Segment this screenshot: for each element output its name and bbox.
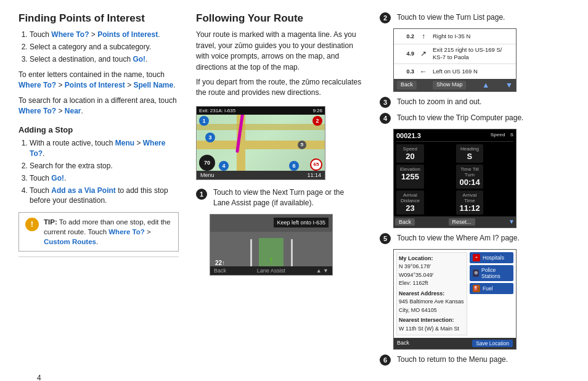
whereami-hospitals-btn[interactable]: + Hospitals: [470, 252, 513, 263]
trip-speed-cell: Speed 20: [396, 144, 424, 163]
map-exit-text: Exit: 231A: I-635: [199, 108, 235, 113]
lane-assist-container: ↑ Keep left onto I-635 22↑ 13:47 Back La…: [210, 214, 362, 276]
section2-step4: Touch Add as a Via Point to add this sto…: [30, 186, 179, 207]
whereami-save-btn[interactable]: Save Location: [472, 340, 513, 347]
whereami-elev: Elev: 1162ft: [399, 279, 465, 288]
step4-desc: Touch to view the Trip Computer page.: [397, 113, 588, 123]
trip-arrivaltime-cell: Arrival Time 11:12: [456, 190, 484, 215]
step-1-row: 1 Touch to view the Next Turn page or th…: [196, 187, 362, 209]
section1-para1: To enter letters contained in the name, …: [18, 70, 179, 91]
tip-text: TIP: To add more than one stop, edit the…: [44, 217, 172, 247]
section2-step1: With a route active, touch Menu > Where …: [30, 138, 179, 159]
map-speed-limit: 65: [310, 158, 322, 171]
section1-steps: Touch Where To? > Points of Interest. Se…: [18, 30, 179, 64]
step3-link: Go!: [133, 55, 145, 63]
step1-suffix: .: [158, 30, 160, 39]
step3-desc: Touch to zoom in and out.: [397, 97, 588, 107]
turn-back-btn[interactable]: Back: [397, 81, 417, 89]
police-icon: ⊕: [473, 269, 479, 277]
whereami-myloc-label: My Location:: [399, 255, 465, 263]
step1-sep: >: [89, 30, 97, 39]
turn-show-map-btn[interactable]: Show Map: [433, 81, 467, 89]
whereami-buttons: + Hospitals ⊕ Police Stations ⛽ Fuel: [470, 252, 513, 336]
map-label-5: 5: [298, 141, 306, 149]
map-menu-btn[interactable]: Menu: [200, 172, 214, 178]
section1-step3: Select a destination, and touch Go!.: [30, 54, 179, 65]
trip-back-btn[interactable]: Back: [395, 218, 415, 226]
step1-circle: 1: [196, 189, 207, 200]
step2-circle: 2: [380, 12, 391, 23]
step5-circle: 5: [380, 233, 391, 244]
whereami-intersection: W 11th St (W) & Main St: [399, 325, 465, 334]
tip-icon: !: [25, 218, 39, 231]
map-label-4: 4: [219, 161, 229, 171]
section2-step3: Touch Go!.: [30, 173, 179, 184]
step6-circle: 6: [380, 354, 391, 366]
trip-arrow-dn: ▼: [508, 218, 515, 226]
step1-desc: Touch to view the Next Turn page or the …: [213, 187, 362, 209]
turn-desc-1: Right to I-35 N: [433, 33, 513, 40]
step-2-row: 2 Touch to view the Turn List page.: [380, 12, 588, 23]
whereami-coords2: W094°35.049': [399, 271, 465, 280]
turn-dist-3: 0.3: [397, 68, 414, 75]
lane-bottom-bar: Back Lane Assist ▲ ▼: [210, 266, 332, 275]
trip-timetill-cell: Time Till Turn 00:14: [456, 165, 484, 189]
trip-speed-label: Speed: [491, 132, 505, 139]
trip-heading-label: S: [510, 132, 513, 139]
map-label-3: 3: [205, 133, 215, 142]
fuel-icon: ⛽: [473, 285, 480, 292]
section3-para1: Your route is marked with a magenta line…: [196, 30, 362, 73]
step1-link1: Where To?: [51, 30, 89, 39]
section2-title: Adding a Stop: [18, 125, 179, 134]
map-speed: 70: [199, 155, 215, 171]
map-time-remaining: 11:14: [307, 172, 321, 178]
turn-dist-1: 0.2: [397, 33, 414, 39]
step-6-row: 6 Touch to return to the Menu page.: [380, 354, 588, 366]
turn-dist-2: 4.9: [397, 51, 414, 57]
whereami-coords: N 39°06.178': [399, 263, 465, 271]
map-label-6: 6: [289, 161, 299, 171]
step3-prefix: Select a destination, and touch: [30, 55, 133, 63]
lane-label: Lane Assist: [257, 268, 285, 274]
turn-arrow-up: ▲: [482, 81, 489, 89]
section-following-route: Following Your Route Your route is marke…: [196, 12, 362, 276]
turn-icon-3: ←: [418, 66, 429, 77]
route-map-image: Exit: 231A: I-635 9:26 1 2 3 4 5 6 70 65…: [196, 106, 325, 180]
whereami-address: 945 Baltimore Ave Kansas City, MO 64105: [399, 298, 465, 314]
turn-desc-3: Left on US 169 N: [433, 68, 513, 75]
trip-computer-image: 00021.3 Speed S Speed 20 Heading S: [393, 129, 517, 228]
map-label-2: 2: [312, 116, 322, 126]
step4-circle: 4: [380, 113, 391, 124]
turn-icon-1: ↑: [418, 31, 429, 42]
step3-suffix: .: [145, 55, 147, 63]
whereami-police-btn[interactable]: ⊕ Police Stations: [470, 265, 513, 281]
turn-row-3: 0.3 ← Left on US 169 N: [394, 64, 516, 79]
step6-desc: Touch to return to the Menu page.: [397, 354, 588, 365]
step-3-row: 3 Touch to zoom in and out.: [380, 97, 588, 108]
trip-reset-btn[interactable]: Reset...: [449, 218, 475, 226]
trip-elevation-cell: Elevation 1255: [396, 165, 424, 189]
step2-desc: Touch to view the Turn List page.: [397, 12, 588, 23]
lane-back-btn[interactable]: Back: [214, 268, 226, 274]
map-label-1: 1: [199, 116, 209, 126]
section1-step1: Touch Where To? > Points of Interest.: [30, 30, 179, 40]
trip-heading-cell: Heading S: [456, 144, 484, 163]
page-number: 4: [37, 374, 41, 381]
whereami-bottom-bar: Back Save Location: [394, 338, 516, 349]
turn-arrow-dn: ▼: [505, 81, 513, 89]
turn-desc-2: Exit 215 right to US-169 S/ KS-7 to Paol…: [433, 46, 513, 62]
section3-para2: If you depart from the route, the zūmo r…: [196, 77, 362, 99]
whereami-fuel-btn[interactable]: ⛽ Fuel: [470, 283, 513, 294]
step-5-row: 5 Touch to view the Where Am I? page.: [380, 233, 588, 244]
section-divider: [18, 256, 179, 257]
section-finding-poi: Finding Points of Interest Touch Where T…: [18, 12, 179, 257]
trip-arrivaldist-cell: Arrival Distance 23: [396, 190, 424, 215]
section1-para2: To search for a location in a different …: [18, 96, 179, 117]
map-bottom-bar: Menu 11:14: [197, 171, 325, 179]
hospital-icon: +: [473, 254, 480, 261]
step3-circle: 3: [380, 97, 391, 108]
turn-list-bottom: Back Show Map ▲ ▼: [394, 79, 516, 91]
whereami-back-btn[interactable]: Back: [397, 340, 409, 347]
section-right: 2 Touch to view the Turn List page. 0.2 …: [380, 12, 588, 371]
section1-step2: Select a category and a subcategory.: [30, 42, 179, 52]
